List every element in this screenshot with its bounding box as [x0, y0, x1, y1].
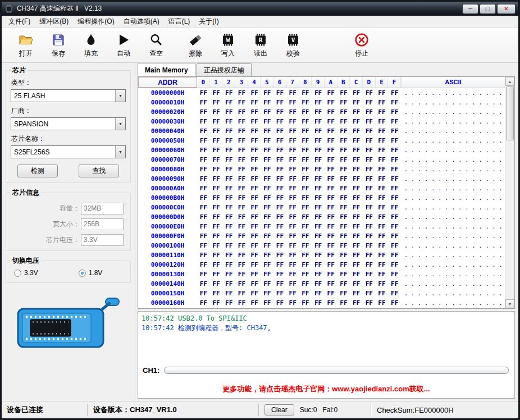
hex-row-ascii: . . . . . . . . . . . . . . . . — [401, 212, 505, 222]
hex-row-ascii: . . . . . . . . . . . . . . . . — [401, 241, 505, 250]
device-version: 设备版本：CH347_VR1.0 — [88, 401, 258, 418]
verify-button[interactable]: V 校验 — [277, 30, 309, 61]
save-button[interactable]: 保存 — [42, 30, 75, 61]
hex-row[interactable]: 00000100HFFFFFFFFFFFFFFFFFFFFFFFFFFFFFFF… — [138, 241, 505, 250]
menu-item[interactable]: 文件(F) — [4, 15, 35, 28]
success-count: Suc:0 — [300, 406, 317, 414]
hex-row-address: 00000020H — [138, 107, 197, 117]
hex-row-bytes: FFFFFFFFFFFFFFFFFFFFFFFFFFFFFFFF — [197, 126, 401, 136]
scroll-up-icon[interactable]: ▲ — [505, 77, 514, 86]
hex-row[interactable]: 00000110HFFFFFFFFFFFFFFFFFFFFFFFFFFFFFFF… — [138, 250, 505, 260]
hex-row[interactable]: 00000090HFFFFFFFFFFFFFFFFFFFFFFFFFFFFFFF… — [138, 174, 505, 184]
hex-row[interactable]: 000000A0HFFFFFFFFFFFFFFFFFFFFFFFFFFFFFFF… — [138, 184, 505, 193]
hex-col-header: 6 — [273, 77, 286, 88]
scrollbar-thumb[interactable] — [506, 86, 514, 140]
tab-bar: Main Memory 正品授权店铺 — [138, 63, 515, 76]
tab-authorized-store[interactable]: 正品授权店铺 — [197, 63, 252, 76]
hex-row[interactable]: 00000030HFFFFFFFFFFFFFFFFFFFFFFFFFFFFFFF… — [138, 117, 505, 126]
hex-row[interactable]: 00000000HFFFFFFFFFFFFFFFFFFFFFFFFFFFFFFF… — [138, 88, 505, 98]
hex-row[interactable]: 00000150HFFFFFFFFFFFFFFFFFFFFFFFFFFFFFFF… — [138, 289, 505, 298]
hex-row-ascii: . . . . . . . . . . . . . . . . — [401, 222, 505, 231]
erase-icon — [188, 32, 203, 48]
write-button[interactable]: W 写入 — [212, 30, 244, 61]
menu-item[interactable]: 缓冲区(B) — [35, 15, 73, 28]
hex-row[interactable]: 00000070HFFFFFFFFFFFFFFFFFFFFFFFFFFFFFFF… — [138, 155, 505, 165]
menu-item[interactable]: 关于(I) — [194, 15, 223, 28]
hex-row-address: 00000010H — [138, 98, 197, 107]
open-button[interactable]: 打开 — [10, 30, 42, 61]
hex-row-bytes: FFFFFFFFFFFFFFFFFFFFFFFFFFFFFFFF — [197, 117, 401, 126]
hex-row-ascii: . . . . . . . . . . . . . . . . — [401, 298, 505, 308]
hex-row[interactable]: 00000010HFFFFFFFFFFFFFFFFFFFFFFFFFFFFFFF… — [138, 98, 505, 107]
hex-row-bytes: FFFFFFFFFFFFFFFFFFFFFFFFFFFFFFFF — [197, 136, 401, 145]
promo-text[interactable]: 更多功能，请点击瑶杰电子官网：www.yaojiedianzi.com获取... — [138, 384, 514, 394]
hex-row-ascii: . . . . . . . . . . . . . . . . — [401, 174, 505, 184]
auto-button[interactable]: 自动 — [107, 30, 140, 61]
read-button[interactable]: R 读出 — [244, 30, 277, 61]
hex-row-bytes: FFFFFFFFFFFFFFFFFFFFFFFFFFFFFFFF — [197, 174, 401, 184]
detect-button[interactable]: 检测 — [17, 165, 58, 177]
hex-row[interactable]: 00000120HFFFFFFFFFFFFFFFFFFFFFFFFFFFFFFF… — [138, 260, 505, 270]
hex-row[interactable]: 000000E0HFFFFFFFFFFFFFFFFFFFFFFFFFFFFFFF… — [138, 222, 505, 231]
chip-type-label: 类型： — [11, 78, 125, 88]
save-floppy-icon — [52, 32, 65, 48]
channel-progress-row: CH1: — [143, 366, 509, 375]
right-panel: Main Memory 正品授权店铺 ADDR 0123456789ABCDEF… — [135, 63, 518, 401]
hex-row-address: 00000140H — [138, 279, 197, 289]
menu-item[interactable]: 编程操作(O) — [73, 15, 118, 28]
toolbar: 打开 保存 填充 — [2, 28, 518, 63]
left-panel: 芯片 类型： 25 FLASH ▼ 厂商： SPANSION ▼ 芯片名称： S… — [2, 63, 135, 401]
radio-icon — [14, 270, 21, 277]
hex-row[interactable]: 000000D0HFFFFFFFFFFFFFFFFFFFFFFFFFFFFFFF… — [138, 212, 505, 222]
hex-row-bytes: FFFFFFFFFFFFFFFFFFFFFFFFFFFFFFFF — [197, 270, 401, 279]
hex-row-bytes: FFFFFFFFFFFFFFFFFFFFFFFFFFFFFFFF — [197, 145, 401, 155]
blank-check-button[interactable]: 查空 — [140, 30, 172, 61]
hex-row[interactable]: 00000140HFFFFFFFFFFFFFFFFFFFFFFFFFFFFFFF… — [138, 279, 505, 289]
erase-button[interactable]: 擦除 — [179, 30, 212, 61]
clear-button[interactable]: Clear — [264, 404, 294, 416]
find-button[interactable]: 查找 — [79, 165, 119, 177]
hex-row[interactable]: 000000B0HFFFFFFFFFFFFFFFFFFFFFFFFFFFFFFF… — [138, 193, 505, 203]
hex-row[interactable]: 00000130HFFFFFFFFFFFFFFFFFFFFFFFFFFFFFFF… — [138, 270, 505, 279]
chip-voltage-label: 芯片电压： — [46, 235, 80, 245]
hex-row[interactable]: 00000050HFFFFFFFFFFFFFFFFFFFFFFFFFFFFFFF… — [138, 136, 505, 145]
chip-voltage-field[interactable]: 3.3V — [81, 234, 124, 246]
toolbar-label: 擦除 — [189, 49, 202, 58]
voltage-switch-group: 切换电压 3.3V 1.8V — [6, 256, 131, 283]
voltage-1v8-radio[interactable]: 1.8V — [79, 269, 103, 277]
hex-row-ascii: . . . . . . . . . . . . . . . . — [401, 184, 505, 193]
vertical-scrollbar[interactable]: ▲ ▼ — [505, 77, 514, 308]
tab-main-memory[interactable]: Main Memory — [138, 63, 195, 76]
hex-row[interactable]: 00000160HFFFFFFFFFFFFFFFFFFFFFFFFFFFFFFF… — [138, 298, 505, 308]
stop-button[interactable]: 停止 — [345, 30, 378, 61]
fill-button[interactable]: 填充 — [75, 30, 107, 61]
log-lines: 10:57:42 USB2.0 To SPI&IIC10:57:42 检测到编程… — [142, 314, 511, 333]
chip-vendor-select[interactable]: SPANSION ▼ — [11, 117, 126, 130]
maximize-button[interactable]: ▢ — [480, 4, 496, 14]
chip-type-select[interactable]: 25 FLASH ▼ — [11, 89, 126, 102]
minimize-button[interactable]: ─ — [462, 4, 478, 14]
hex-row-address: 00000130H — [138, 270, 197, 279]
hex-row-ascii: . . . . . . . . . . . . . . . . — [401, 88, 505, 98]
toolbar-label: 填充 — [84, 49, 98, 58]
hex-col-headers: 0123456789ABCDEF — [197, 77, 401, 88]
page-size-field[interactable]: 256B — [81, 218, 124, 230]
hex-row-address: 000000D0H — [138, 212, 197, 222]
hex-row[interactable]: 00000080HFFFFFFFFFFFFFFFFFFFFFFFFFFFFFFF… — [138, 165, 505, 174]
hex-row-address: 000000B0H — [138, 193, 197, 203]
capacity-field[interactable]: 32MB — [81, 203, 124, 214]
hex-row[interactable]: 00000020HFFFFFFFFFFFFFFFFFFFFFFFFFFFFFFF… — [138, 107, 505, 117]
close-button[interactable]: ✕ — [497, 4, 516, 14]
voltage-3v3-radio[interactable]: 3.3V — [14, 269, 38, 277]
hex-row[interactable]: 00000040HFFFFFFFFFFFFFFFFFFFFFFFFFFFFFFF… — [138, 126, 505, 136]
hex-row-ascii: . . . . . . . . . . . . . . . . — [401, 107, 505, 117]
hex-row[interactable]: 000000C0HFFFFFFFFFFFFFFFFFFFFFFFFFFFFFFF… — [138, 203, 505, 212]
hex-row[interactable]: 00000060HFFFFFFFFFFFFFFFFFFFFFFFFFFFFFFF… — [138, 145, 505, 155]
toolbar-label: 自动 — [117, 49, 130, 58]
hex-row[interactable]: 000000F0HFFFFFFFFFFFFFFFFFFFFFFFFFFFFFFF… — [138, 231, 505, 241]
tab-label: 正品授权店铺 — [204, 66, 244, 75]
chip-name-select[interactable]: S25FL256S ▼ — [11, 145, 126, 158]
scroll-down-icon[interactable]: ▼ — [505, 299, 514, 308]
menu-item[interactable]: 自动选项(A) — [119, 15, 164, 28]
menu-item[interactable]: 语言(L) — [164, 15, 195, 28]
